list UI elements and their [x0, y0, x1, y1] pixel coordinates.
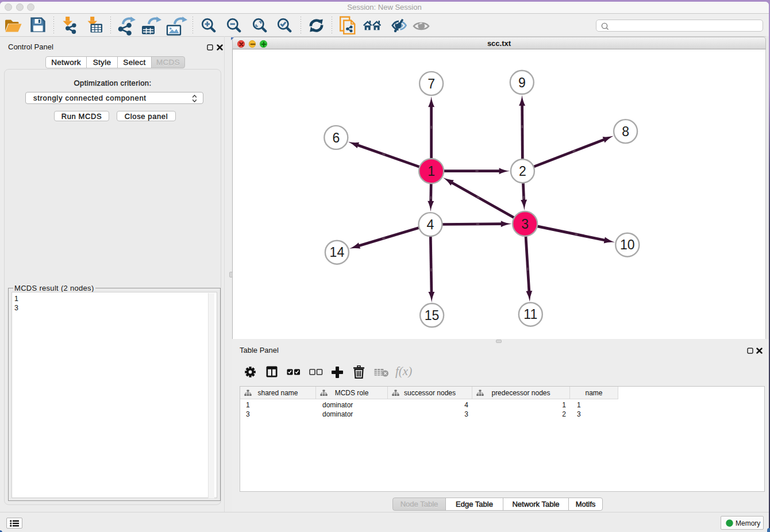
- svg-text:10: 10: [620, 237, 635, 252]
- svg-text:15: 15: [425, 308, 440, 323]
- svg-text:4: 4: [427, 217, 434, 232]
- svg-text:2: 2: [519, 164, 526, 179]
- svg-text:3: 3: [521, 217, 529, 232]
- svg-text:7: 7: [428, 76, 435, 91]
- svg-text:8: 8: [622, 124, 629, 139]
- svg-text:11: 11: [523, 307, 537, 322]
- svg-text:1: 1: [428, 164, 435, 179]
- svg-text:9: 9: [518, 75, 526, 90]
- svg-text:14: 14: [330, 245, 345, 260]
- svg-text:6: 6: [332, 130, 340, 145]
